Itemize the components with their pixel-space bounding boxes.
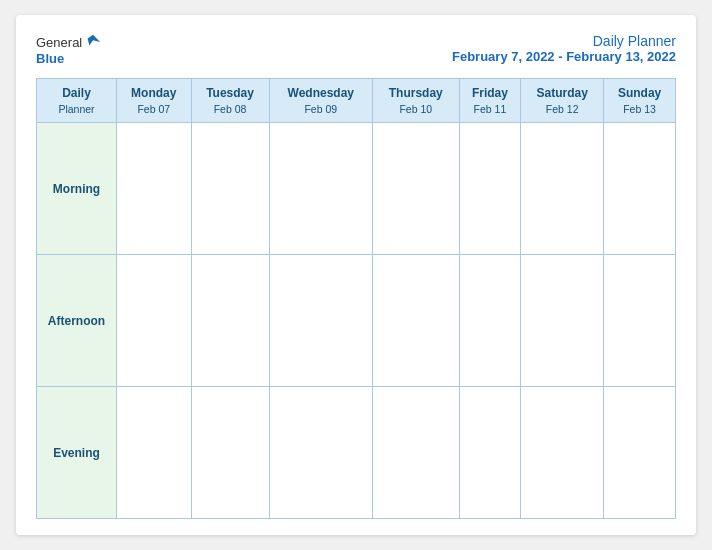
evening-thursday[interactable] xyxy=(373,387,459,519)
morning-saturday[interactable] xyxy=(521,123,604,255)
header-col-thursday: Thursday Feb 10 xyxy=(373,79,459,123)
morning-sunday[interactable] xyxy=(604,123,676,255)
header-row: Daily Planner Monday Feb 07 Tuesday Feb … xyxy=(37,79,676,123)
evening-wednesday[interactable] xyxy=(269,387,373,519)
logo-text: General xyxy=(36,33,102,51)
evening-row: Evening xyxy=(37,387,676,519)
header-col-friday: Friday Feb 11 xyxy=(459,79,521,123)
morning-tuesday[interactable] xyxy=(191,123,269,255)
header-col-planner: Daily Planner xyxy=(37,79,117,123)
header-col-wednesday: Wednesday Feb 09 xyxy=(269,79,373,123)
calendar-table: Daily Planner Monday Feb 07 Tuesday Feb … xyxy=(36,78,676,519)
logo-blue-text: Blue xyxy=(36,51,64,66)
logo-general-text: General xyxy=(36,35,82,50)
afternoon-monday[interactable] xyxy=(117,255,192,387)
afternoon-thursday[interactable] xyxy=(373,255,459,387)
evening-label: Evening xyxy=(37,387,117,519)
logo-bird-icon xyxy=(84,33,102,51)
morning-thursday[interactable] xyxy=(373,123,459,255)
evening-saturday[interactable] xyxy=(521,387,604,519)
morning-label: Morning xyxy=(37,123,117,255)
afternoon-tuesday[interactable] xyxy=(191,255,269,387)
afternoon-saturday[interactable] xyxy=(521,255,604,387)
morning-row: Morning xyxy=(37,123,676,255)
morning-monday[interactable] xyxy=(117,123,192,255)
header-col-monday: Monday Feb 07 xyxy=(117,79,192,123)
svg-marker-0 xyxy=(88,35,101,46)
header-col-tuesday: Tuesday Feb 08 xyxy=(191,79,269,123)
header-col-saturday: Saturday Feb 12 xyxy=(521,79,604,123)
header-col-sunday: Sunday Feb 13 xyxy=(604,79,676,123)
evening-sunday[interactable] xyxy=(604,387,676,519)
evening-tuesday[interactable] xyxy=(191,387,269,519)
afternoon-wednesday[interactable] xyxy=(269,255,373,387)
morning-wednesday[interactable] xyxy=(269,123,373,255)
title-main: Daily Planner xyxy=(452,33,676,49)
evening-monday[interactable] xyxy=(117,387,192,519)
afternoon-sunday[interactable] xyxy=(604,255,676,387)
logo-area: General Blue xyxy=(36,33,102,66)
afternoon-label: Afternoon xyxy=(37,255,117,387)
afternoon-friday[interactable] xyxy=(459,255,521,387)
title-area: Daily Planner February 7, 2022 - Februar… xyxy=(452,33,676,64)
afternoon-row: Afternoon xyxy=(37,255,676,387)
header: General Blue Daily Planner February 7, 2… xyxy=(36,33,676,66)
evening-friday[interactable] xyxy=(459,387,521,519)
title-date: February 7, 2022 - February 13, 2022 xyxy=(452,49,676,64)
page: General Blue Daily Planner February 7, 2… xyxy=(16,15,696,535)
morning-friday[interactable] xyxy=(459,123,521,255)
